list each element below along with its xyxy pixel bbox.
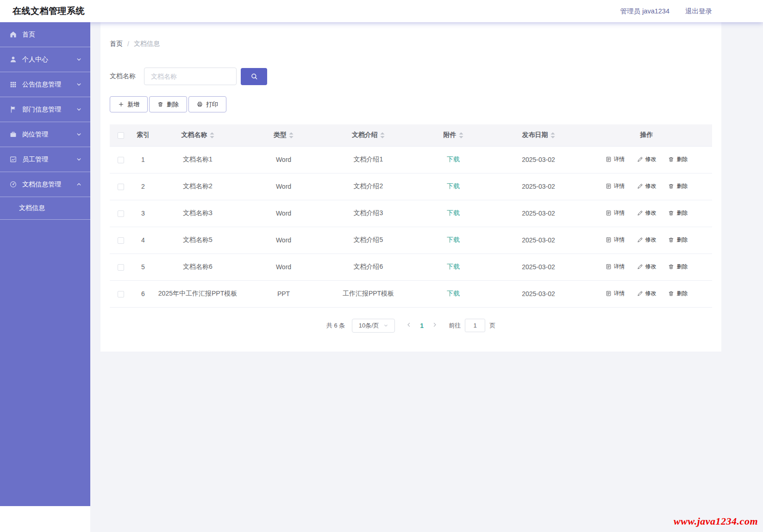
main-area: 首页 / 文档信息 文档名称 新增 — [90, 22, 763, 532]
delete-row-button[interactable]: 删除 — [668, 209, 688, 217]
header-checkbox-cell — [110, 124, 132, 146]
sort-icon[interactable] — [459, 132, 463, 138]
page-size-select[interactable]: 10条/页 — [352, 319, 395, 333]
sidebar-item-documents[interactable]: 文档信息管理 — [0, 172, 90, 197]
cell-actions: 详情 修改 删除 — [581, 200, 712, 227]
row-checkbox[interactable] — [118, 264, 124, 271]
search-icon — [250, 73, 258, 80]
delete-row-button[interactable]: 删除 — [668, 182, 688, 190]
row-checkbox[interactable] — [118, 291, 124, 297]
goto-page-input[interactable] — [465, 319, 485, 332]
delete-row-button[interactable]: 删除 — [668, 263, 688, 271]
printer-icon — [197, 101, 203, 107]
breadcrumb-current: 文档信息 — [134, 40, 160, 48]
table-row: 1 文档名称1 Word 文档介绍1 下载 2025-03-02 详情 修改 删… — [110, 146, 712, 173]
sidebar-item-announcements[interactable]: 公告信息管理 — [0, 72, 90, 97]
print-button[interactable]: 打印 — [188, 96, 226, 112]
row-checkbox[interactable] — [118, 210, 124, 217]
sidebar-item-departments[interactable]: 部门信息管理 — [0, 97, 90, 122]
document-icon — [606, 264, 612, 270]
home-icon — [9, 31, 17, 38]
table-row: 2 文档名称2 Word 文档介绍2 下载 2025-03-02 详情 修改 删… — [110, 173, 712, 200]
row-checkbox[interactable] — [118, 157, 124, 163]
trash-icon — [668, 156, 674, 162]
app-title: 在线文档管理系统 — [13, 5, 85, 17]
cell-index: 3 — [132, 200, 154, 227]
row-checkbox[interactable] — [118, 237, 124, 244]
breadcrumb-separator: / — [127, 40, 129, 48]
row-checkbox[interactable] — [118, 184, 124, 190]
header-intro[interactable]: 文档介绍 — [326, 124, 411, 146]
edit-button[interactable]: 修改 — [637, 209, 657, 217]
cell-date: 2025-03-02 — [496, 200, 581, 227]
detail-button[interactable]: 详情 — [606, 155, 625, 163]
delete-row-button[interactable]: 删除 — [668, 236, 688, 244]
sort-icon[interactable] — [550, 132, 555, 138]
search-label: 文档名称 — [110, 72, 136, 80]
sort-icon[interactable] — [210, 132, 214, 138]
cell-type: Word — [241, 227, 326, 254]
header-type[interactable]: 类型 — [241, 124, 326, 146]
cell-index: 4 — [132, 227, 154, 254]
current-user-label: 管理员 java1234 — [620, 7, 669, 16]
cell-type: Word — [241, 173, 326, 200]
header-name[interactable]: 文档名称 — [154, 124, 241, 146]
trash-icon — [668, 210, 674, 216]
sidebar-item-profile[interactable]: 个人中心 — [0, 47, 90, 72]
delete-row-button[interactable]: 删除 — [668, 155, 688, 163]
next-page-button[interactable] — [428, 322, 441, 329]
download-link[interactable]: 下载 — [447, 290, 460, 297]
search-button[interactable] — [241, 68, 267, 85]
select-all-checkbox[interactable] — [118, 132, 124, 139]
detail-button[interactable]: 详情 — [606, 182, 625, 190]
page-number-1[interactable]: 1 — [415, 322, 428, 329]
delete-row-button[interactable]: 删除 — [668, 290, 688, 297]
pencil-icon — [637, 264, 643, 270]
add-button[interactable]: 新增 — [110, 96, 148, 112]
logout-link[interactable]: 退出登录 — [685, 7, 712, 16]
chevron-down-icon — [76, 156, 82, 162]
pagination-total: 共 6 条 — [326, 322, 345, 330]
sidebar-subitem-document-info[interactable]: 文档信息 — [0, 197, 90, 220]
search-input[interactable] — [144, 68, 237, 85]
sidebar-item-employees[interactable]: 员工管理 — [0, 147, 90, 172]
download-link[interactable]: 下载 — [447, 236, 460, 243]
cell-date: 2025-03-02 — [496, 227, 581, 254]
download-link[interactable]: 下载 — [447, 209, 460, 217]
watermark: www.java1234.com — [674, 515, 758, 527]
chevron-up-icon — [76, 181, 82, 187]
edit-button[interactable]: 修改 — [637, 263, 657, 271]
detail-button[interactable]: 详情 — [606, 290, 625, 297]
breadcrumb-home[interactable]: 首页 — [110, 40, 123, 48]
detail-button[interactable]: 详情 — [606, 263, 625, 271]
header-date[interactable]: 发布日期 — [496, 124, 581, 146]
sort-icon[interactable] — [289, 132, 294, 138]
sidebar-item-posts[interactable]: 岗位管理 — [0, 122, 90, 147]
pencil-icon — [637, 183, 643, 189]
chevron-down-icon — [76, 106, 82, 112]
edit-button[interactable]: 修改 — [637, 155, 657, 163]
cell-intro: 工作汇报PPT模板 — [326, 280, 411, 307]
header-attachment[interactable]: 附件 — [411, 124, 496, 146]
download-link[interactable]: 下载 — [447, 182, 460, 190]
chevron-down-icon — [76, 81, 82, 87]
cell-name: 文档名称3 — [154, 200, 241, 227]
cell-intro: 文档介绍5 — [326, 227, 411, 254]
download-link[interactable]: 下载 — [447, 263, 460, 270]
delete-button[interactable]: 删除 — [149, 96, 187, 112]
cell-index: 2 — [132, 173, 154, 200]
cell-type: PPT — [241, 280, 326, 307]
sort-icon[interactable] — [380, 132, 385, 138]
prev-page-button[interactable] — [402, 322, 415, 329]
cell-intro: 文档介绍2 — [326, 173, 411, 200]
detail-button[interactable]: 详情 — [606, 209, 625, 217]
cell-intro: 文档介绍6 — [326, 254, 411, 280]
sidebar-item-home[interactable]: 首页 — [0, 22, 90, 47]
edit-button[interactable]: 修改 — [637, 182, 657, 190]
detail-button[interactable]: 详情 — [606, 236, 625, 244]
download-link[interactable]: 下载 — [447, 155, 460, 163]
edit-button[interactable]: 修改 — [637, 236, 657, 244]
cell-date: 2025-03-02 — [496, 254, 581, 280]
cell-intro: 文档介绍3 — [326, 200, 411, 227]
edit-button[interactable]: 修改 — [637, 290, 657, 297]
